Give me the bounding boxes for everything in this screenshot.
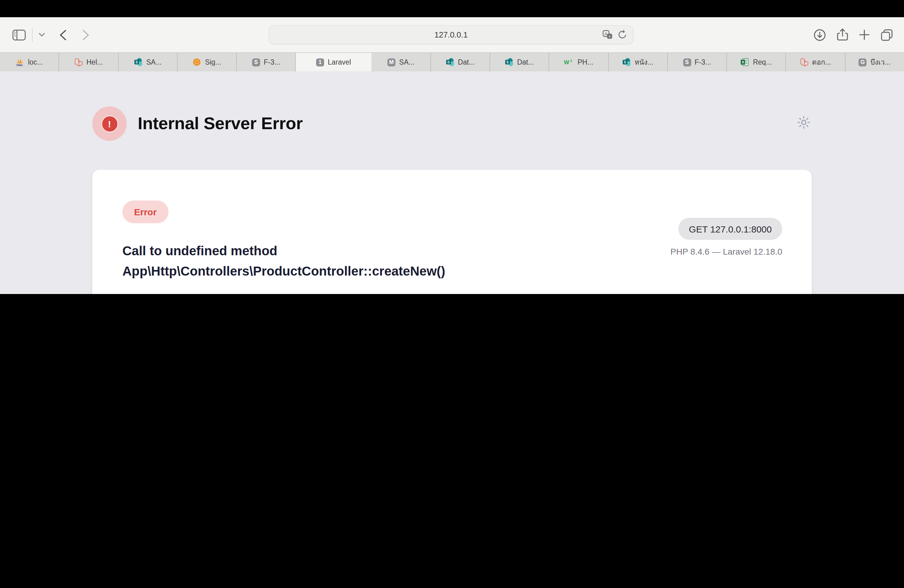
page: ! Internal Server Error Error Call to un… — [0, 71, 904, 294]
new-tab-icon[interactable] — [859, 30, 869, 40]
tab-7[interactable]: MSA... — [372, 53, 431, 71]
tab-strip: PMAloc...Hel...SSA...Sig...SF-3...1Larav… — [0, 52, 904, 71]
sun-icon[interactable] — [797, 115, 811, 132]
tab-label: Laravel — [328, 58, 351, 66]
excel-icon: X — [741, 58, 749, 66]
error-message-line2: App\Http\Controllers\ProductController::… — [122, 261, 445, 281]
tab-15[interactable]: Gบึงเว... — [845, 53, 904, 71]
tab-10[interactable]: W3PH... — [549, 53, 608, 71]
error-message: Call to undefined method App\Http\Contro… — [122, 240, 445, 281]
letter-S-icon: S — [683, 58, 691, 66]
toolbar-divider — [32, 28, 33, 41]
sharepoint-icon: S — [505, 58, 514, 66]
tab-label: บึงเว... — [871, 57, 891, 68]
sharepoint-icon: S — [134, 58, 142, 66]
tab-label: Hel... — [86, 58, 103, 66]
tab-6-active[interactable]: 1Laravel — [296, 53, 372, 71]
pma-icon: PMA — [16, 58, 24, 66]
orange-circle-icon — [193, 58, 201, 66]
svg-text:x: x — [608, 34, 611, 38]
laravel-icon — [74, 58, 83, 66]
tab-label: SA... — [399, 58, 414, 66]
tab-label: Dat... — [517, 58, 534, 66]
chevron-down-icon[interactable] — [39, 33, 45, 37]
tab-1[interactable]: PMAloc... — [0, 53, 59, 71]
reload-icon[interactable] — [618, 30, 627, 40]
svg-text:S: S — [506, 60, 509, 64]
tab-5[interactable]: SF-3... — [237, 53, 296, 71]
tab-overview-icon[interactable] — [880, 28, 893, 41]
browser-toolbar: 127.0.0.1 A x — [0, 17, 904, 52]
svg-text:S: S — [135, 60, 137, 64]
svg-text:S: S — [624, 60, 626, 64]
request-pill: GET 127.0.0.1:8000 — [678, 218, 782, 240]
svg-text:S: S — [447, 60, 449, 64]
sharepoint-icon: S — [446, 58, 454, 66]
tab-label: F-3... — [695, 58, 711, 66]
share-icon[interactable] — [837, 28, 848, 41]
tab-4[interactable]: Sig... — [178, 53, 237, 71]
tab-label: PH... — [577, 58, 593, 66]
sidebar-icon[interactable] — [12, 29, 26, 40]
tab-label: loc... — [28, 58, 43, 66]
svg-text:X: X — [742, 60, 744, 64]
tab-12[interactable]: SF-3... — [668, 53, 727, 71]
letter-S-icon: S — [252, 58, 260, 66]
version-info: PHP 8.4.6 — Laravel 12.18.0 — [670, 247, 782, 256]
tab-8[interactable]: SDat... — [431, 53, 490, 71]
tab-label: Dat... — [458, 58, 475, 66]
svg-text:W: W — [564, 59, 569, 65]
page-title: Internal Server Error — [138, 114, 303, 133]
tab-label: Sig... — [205, 58, 221, 66]
tab-2[interactable]: Hel... — [59, 53, 119, 71]
exclamation-icon: ! — [101, 115, 118, 132]
tab-13[interactable]: XReq... — [727, 53, 786, 71]
page-header: ! Internal Server Error — [92, 106, 812, 141]
letter-M-icon: M — [387, 58, 395, 66]
translate-icon[interactable]: A x — [603, 30, 613, 40]
tab-label: หนัง... — [635, 57, 653, 68]
w3-icon: W3 — [564, 58, 574, 66]
error-icon: ! — [92, 106, 127, 141]
letter-G-icon: G — [859, 58, 867, 66]
address-bar[interactable]: 127.0.0.1 A x — [269, 25, 634, 44]
back-icon[interactable] — [60, 29, 66, 40]
error-badge: Error — [122, 201, 168, 223]
download-icon[interactable] — [814, 28, 826, 41]
tab-label: SA... — [146, 58, 161, 66]
sharepoint-icon: S — [622, 58, 631, 66]
tab-3[interactable]: SSA... — [119, 53, 178, 71]
menu-bar — [0, 0, 904, 17]
url-text: 127.0.0.1 — [435, 30, 468, 40]
tab-label: ดอก... — [812, 57, 831, 68]
tab-label: F-3... — [264, 58, 280, 66]
error-card: Error Call to undefined method App\Http\… — [92, 170, 812, 294]
laravel-icon — [800, 58, 808, 66]
forward-icon[interactable] — [82, 29, 89, 40]
letter-1-icon: 1 — [316, 58, 324, 66]
svg-text:3: 3 — [570, 59, 572, 62]
screen: 127.0.0.1 A x — [0, 0, 904, 294]
svg-text:PMA: PMA — [17, 64, 24, 66]
tab-label: Req... — [753, 58, 772, 66]
tab-11[interactable]: Sหนัง... — [608, 53, 668, 71]
tab-9[interactable]: SDat... — [490, 53, 550, 71]
tab-14[interactable]: ดอก... — [786, 53, 846, 71]
error-message-line1: Call to undefined method — [122, 240, 445, 261]
